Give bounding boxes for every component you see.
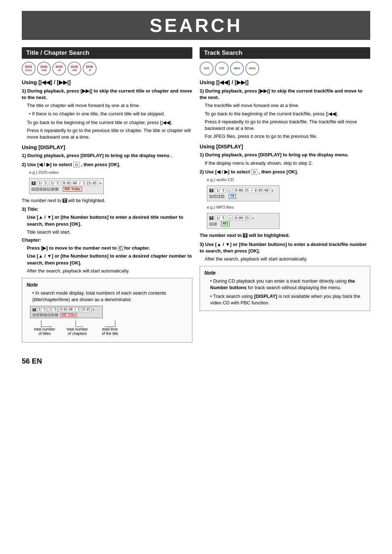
- title-chapter-header: Title / Chapter Search: [22, 47, 192, 59]
- disc-vcd: VCD: [200, 62, 213, 75]
- right-step1: 1) During playback, press [▶▶|] to skip …: [200, 88, 370, 140]
- disc-dvd-minusrw: DVD-RW: [68, 62, 81, 75]
- disc-dvd-plusrw: DVD+RW: [37, 62, 51, 75]
- main-content: Title / Chapter Search DVDVideo DVD+RW D…: [22, 47, 370, 342]
- disc-dvd-plusr: DVD+R: [52, 62, 66, 75]
- disc-jpeg: JPEG: [245, 62, 259, 75]
- note-box-right: Note During CD playback you can enter a …: [200, 266, 370, 311]
- track-search-header: Track Search: [200, 47, 370, 59]
- left-display-step2: 2) Use [◀ / ▶] to select ⊙ , then press …: [22, 161, 192, 204]
- disc-cd: CD: [215, 62, 229, 75]
- mp3-screen-mockup: T 1/ 5 □ 0:00:15 + Q C MP3: [207, 213, 279, 229]
- left-step1: 1) During playback, press [▶▶|] to skip …: [22, 88, 192, 140]
- left-display-step3: 3) Title: Use [▲ / ▼] or [the Number but…: [22, 206, 192, 274]
- disc-dvd-minusr: DVD-R: [83, 62, 97, 75]
- track-search-section: Track Search VCD CD MP3 JPEG Using [|◀◀]…: [200, 47, 370, 342]
- using-display-heading-left: Using [DISPLAY]: [22, 144, 192, 150]
- cd-screen-mockup: T 1/ 5 □ 0:00:15 / 0:05:00 + Q ◀ ▶ ▪ CD: [207, 185, 279, 201]
- note-box-left: Note In search mode display, total numbe…: [22, 278, 192, 342]
- diagram-screen: T 1/ 5 1/ 5 0:01:00 / 1:23:45 + Q ▪ L C …: [30, 306, 103, 318]
- note-title-left: Note: [26, 282, 188, 288]
- right-display-step2: 2) Use [◀ / ▶] to select ⊙ , then press …: [200, 169, 370, 239]
- note-title-right: Note: [204, 270, 366, 276]
- using-skip-heading-right: Using [|◀◀] / [▶▶|]: [200, 79, 370, 86]
- left-display-step1: 1) During playback, press [DISPLAY] to b…: [22, 152, 192, 159]
- disc-icons-right: VCD CD MP3 JPEG: [200, 62, 370, 75]
- disc-dvd-video: DVDVideo: [22, 62, 36, 75]
- dvd-screen-mockup: T 1/ 5 1/ 5 0:01:00 / 1:23:45 + Q ▪ L C …: [29, 178, 104, 194]
- page-number: 56 EN: [22, 357, 370, 365]
- using-display-heading-right: Using [DISPLAY]: [200, 143, 370, 149]
- diagram-area: T 1/ 5 1/ 5 0:01:00 / 1:23:45 + Q ▪ L C …: [30, 306, 188, 336]
- disc-mp3: MP3: [230, 62, 244, 75]
- right-display-step1: 1) During playback, press [DISPLAY] to b…: [200, 152, 370, 166]
- using-skip-heading-left: Using [|◀◀] / [▶▶|]: [22, 79, 192, 86]
- title-chapter-section: Title / Chapter Search DVDVideo DVD+RW D…: [22, 47, 192, 342]
- disc-icons-left: DVDVideo DVD+RW DVD+R DVD-RW DVD-R: [22, 62, 192, 75]
- page-title: SEARCH: [22, 11, 370, 40]
- right-display-step3: 3) Use [▲ / ▼] or [the Number buttons] t…: [200, 241, 370, 263]
